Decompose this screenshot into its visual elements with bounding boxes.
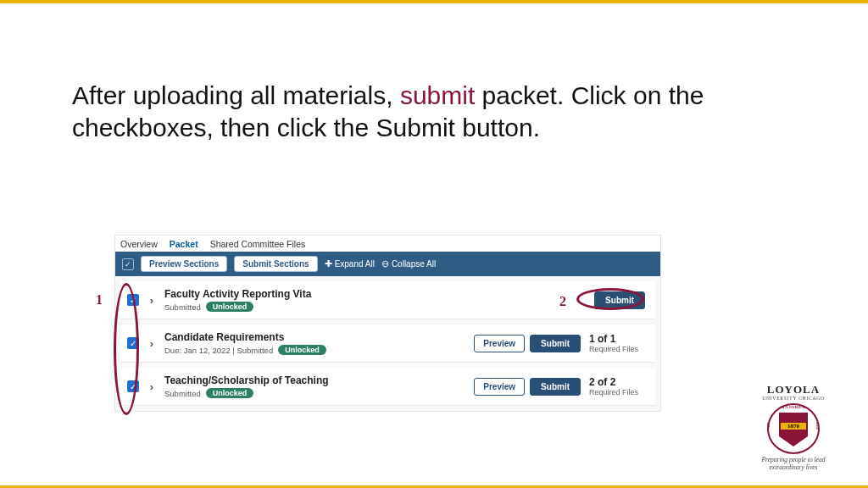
logo-ring-text: AD	[766, 423, 771, 429]
row-status: Submitted	[164, 302, 201, 312]
count-value: 2 of 2	[589, 376, 645, 388]
chevron-right-icon[interactable]: ›	[147, 380, 156, 393]
annotation-2: 2	[559, 294, 566, 309]
row-actions: Preview Submit	[474, 378, 581, 396]
unlocked-badge: Unlocked	[206, 302, 254, 312]
chevron-right-icon[interactable]: ›	[147, 294, 156, 307]
preview-sections-button[interactable]: Preview Sections	[141, 256, 227, 272]
minus-icon: ⊖	[381, 258, 389, 269]
preview-button[interactable]: Preview	[474, 378, 525, 396]
loyola-logo: LOYOLA UNIVERSITY CHICAGO MAJOREM AD DEI…	[746, 383, 841, 471]
row-actions: Preview Submit	[474, 335, 581, 352]
submit-button[interactable]: Submit	[530, 378, 581, 396]
annotation-1: 1	[96, 292, 103, 308]
collapse-all-link[interactable]: ⊖Collapse All	[381, 258, 436, 269]
logo-motto: Preparing people to lead extraordinary l…	[746, 456, 841, 471]
unlocked-badge: Unlocked	[278, 345, 326, 355]
count-label: Required Files	[589, 388, 645, 396]
chevron-right-icon[interactable]: ›	[147, 337, 156, 350]
row-main: Candidate Requirements Due: Jan 12, 2022…	[164, 331, 465, 355]
instruction-text: After uploading all materials, submit pa…	[0, 3, 868, 143]
submit-button[interactable]: Submit	[530, 335, 581, 352]
row-sub: Due: Jan 12, 2022 | Submitted Unlocked	[164, 345, 465, 355]
row-checkbox[interactable]: ✓	[127, 294, 139, 306]
section-list: ✓ › Faculty Activity Reporting Vita Subm…	[115, 281, 660, 406]
instruction-highlight: submit	[400, 81, 475, 109]
section-row: ✓ › Faculty Activity Reporting Vita Subm…	[120, 281, 655, 319]
row-actions: Submit	[594, 291, 645, 309]
logo-subtitle: UNIVERSITY CHICAGO	[746, 396, 841, 401]
row-title: Teaching/Scholarship of Teaching	[164, 374, 465, 386]
submit-button[interactable]: Submit	[594, 291, 645, 309]
logo-ring-text: MAJOREM	[767, 405, 820, 409]
section-row: ✓ › Teaching/Scholarship of Teaching Sub…	[120, 368, 655, 406]
tab-overview[interactable]: Overview	[120, 239, 158, 249]
row-main: Faculty Activity Reporting Vita Submitte…	[164, 288, 586, 312]
row-status: Due: Jan 12, 2022 | Submitted	[164, 346, 273, 355]
submit-sections-button[interactable]: Submit Sections	[234, 256, 317, 272]
row-sub: Submitted Unlocked	[164, 388, 465, 398]
row-checkbox[interactable]: ✓	[127, 380, 139, 392]
logo-ring-text: DEI	[815, 422, 820, 430]
select-all-checkbox[interactable]: ✓	[122, 258, 134, 270]
count-value: 1 of 1	[589, 333, 645, 345]
row-checkbox[interactable]: ✓	[127, 337, 139, 349]
logo-shield: MAJOREM AD DEI 1870	[767, 403, 820, 454]
tab-packet[interactable]: Packet	[170, 239, 198, 249]
preview-button[interactable]: Preview	[474, 335, 525, 352]
row-status: Submitted	[164, 389, 201, 398]
unlocked-badge: Unlocked	[206, 388, 254, 398]
toolbar: ✓ Preview Sections Submit Sections ✚Expa…	[115, 252, 660, 276]
logo-name: LOYOLA	[746, 383, 841, 396]
instruction-part1: After uploading all materials,	[72, 81, 400, 109]
expand-all-link[interactable]: ✚Expand All	[325, 258, 375, 269]
count-label: Required Files	[589, 345, 645, 353]
file-count: 1 of 1 Required Files	[589, 333, 645, 353]
app-screenshot: Overview Packet Shared Committee Files ✓…	[114, 235, 661, 412]
tab-shared[interactable]: Shared Committee Files	[210, 239, 306, 249]
section-row: ✓ › Candidate Requirements Due: Jan 12, …	[120, 324, 655, 363]
logo-year: 1870	[781, 423, 806, 430]
plus-icon: ✚	[325, 258, 332, 269]
row-title: Candidate Requirements	[164, 331, 465, 343]
row-sub: Submitted Unlocked	[164, 302, 586, 312]
row-main: Teaching/Scholarship of Teaching Submitt…	[164, 374, 465, 398]
row-title: Faculty Activity Reporting Vita	[164, 288, 586, 300]
file-count: 2 of 2 Required Files	[589, 376, 645, 396]
tab-bar: Overview Packet Shared Committee Files	[115, 235, 660, 252]
